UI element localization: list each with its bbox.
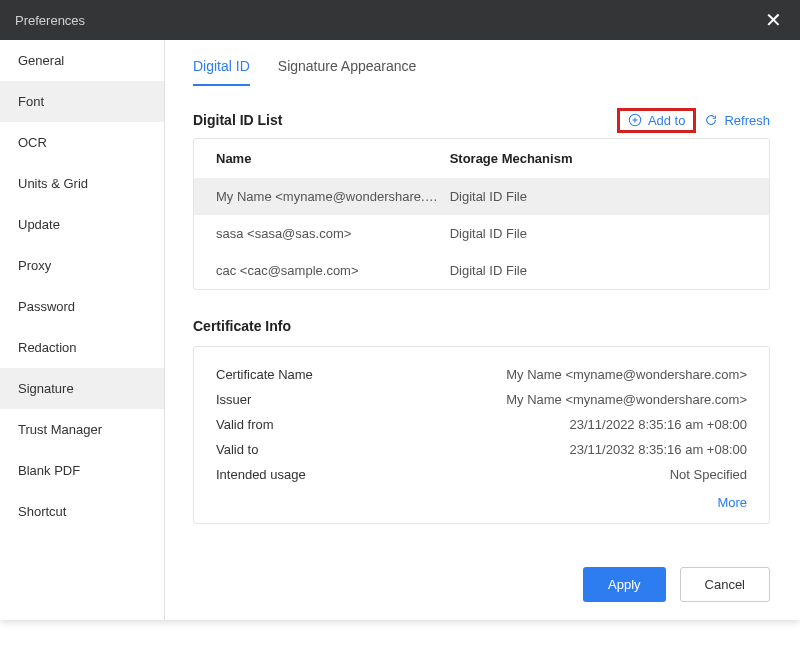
window-title: Preferences [15, 13, 85, 28]
info-value: My Name <myname@wondershare.com> [506, 367, 747, 382]
sidebar[interactable]: General Font OCR Units & Grid Update Pro… [0, 40, 165, 620]
sidebar-item-font[interactable]: Font [0, 81, 164, 122]
sidebar-item-proxy[interactable]: Proxy [0, 245, 164, 286]
list-actions: Add to Refresh [627, 113, 770, 128]
cell-storage: Digital ID File [450, 189, 747, 204]
info-value: 23/11/2032 8:35:16 am +08:00 [570, 442, 747, 457]
col-header-name: Name [216, 151, 450, 166]
cert-info-title: Certificate Info [193, 318, 770, 334]
sidebar-item-update[interactable]: Update [0, 204, 164, 245]
info-label: Issuer [216, 392, 251, 407]
info-row: Intended usageNot Specified [216, 462, 747, 487]
preferences-window: Preferences ✕ General Font OCR Units & G… [0, 0, 800, 620]
add-to-highlight: Add to [617, 108, 697, 133]
footer-buttons: Apply Cancel [583, 567, 770, 602]
plus-circle-icon [628, 113, 642, 127]
list-header: Name Storage Mechanism [194, 139, 769, 178]
sidebar-item-ocr[interactable]: OCR [0, 122, 164, 163]
sidebar-item-redaction[interactable]: Redaction [0, 327, 164, 368]
cell-name: cac <cac@sample.com> [216, 263, 450, 278]
info-row: Valid to23/11/2032 8:35:16 am +08:00 [216, 437, 747, 462]
sidebar-item-signature[interactable]: Signature [0, 368, 164, 409]
sidebar-item-shortcut[interactable]: Shortcut [0, 491, 164, 532]
info-row: Valid from23/11/2022 8:35:16 am +08:00 [216, 412, 747, 437]
certificate-info: Certificate NameMy Name <myname@wondersh… [193, 346, 770, 524]
cell-storage: Digital ID File [450, 226, 747, 241]
sidebar-item-units-grid[interactable]: Units & Grid [0, 163, 164, 204]
info-value: My Name <myname@wondershare.com> [506, 392, 747, 407]
info-value: 23/11/2022 8:35:16 am +08:00 [570, 417, 747, 432]
col-header-storage: Storage Mechanism [450, 151, 747, 166]
cell-name: My Name <myname@wondershare.c... [216, 189, 450, 204]
tabs: Digital ID Signature Appearance [193, 58, 770, 87]
info-row: IssuerMy Name <myname@wondershare.com> [216, 387, 747, 412]
list-row[interactable]: cac <cac@sample.com> Digital ID File [194, 252, 769, 289]
refresh-icon [704, 113, 718, 127]
list-title: Digital ID List [193, 112, 282, 128]
sidebar-item-password[interactable]: Password [0, 286, 164, 327]
list-row[interactable]: sasa <sasa@sas.com> Digital ID File [194, 215, 769, 252]
sidebar-item-general[interactable]: General [0, 40, 164, 81]
info-label: Valid from [216, 417, 274, 432]
info-label: Intended usage [216, 467, 306, 482]
cell-storage: Digital ID File [450, 263, 747, 278]
sidebar-item-blank-pdf[interactable]: Blank PDF [0, 450, 164, 491]
more-button[interactable]: More [717, 495, 747, 510]
digital-id-list: Name Storage Mechanism My Name <myname@w… [193, 138, 770, 290]
list-section-header: Digital ID List Add to Refresh [193, 112, 770, 128]
list-row[interactable]: My Name <myname@wondershare.c... Digital… [194, 178, 769, 215]
info-label: Valid to [216, 442, 258, 457]
titlebar: Preferences ✕ [0, 0, 800, 40]
cell-name: sasa <sasa@sas.com> [216, 226, 450, 241]
tab-signature-appearance[interactable]: Signature Appearance [278, 58, 417, 86]
body-area: General Font OCR Units & Grid Update Pro… [0, 40, 800, 620]
refresh-button[interactable]: Refresh [704, 113, 770, 128]
sidebar-item-trust-manager[interactable]: Trust Manager [0, 409, 164, 450]
close-icon[interactable]: ✕ [761, 8, 785, 32]
info-label: Certificate Name [216, 367, 313, 382]
info-value: Not Specified [670, 467, 747, 482]
tab-digital-id[interactable]: Digital ID [193, 58, 250, 86]
add-to-button[interactable]: Add to [628, 113, 686, 128]
cancel-button[interactable]: Cancel [680, 567, 770, 602]
apply-button[interactable]: Apply [583, 567, 666, 602]
main-content: Digital ID Signature Appearance Digital … [165, 40, 800, 620]
info-row: Certificate NameMy Name <myname@wondersh… [216, 362, 747, 387]
more-link-row: More [216, 493, 747, 511]
